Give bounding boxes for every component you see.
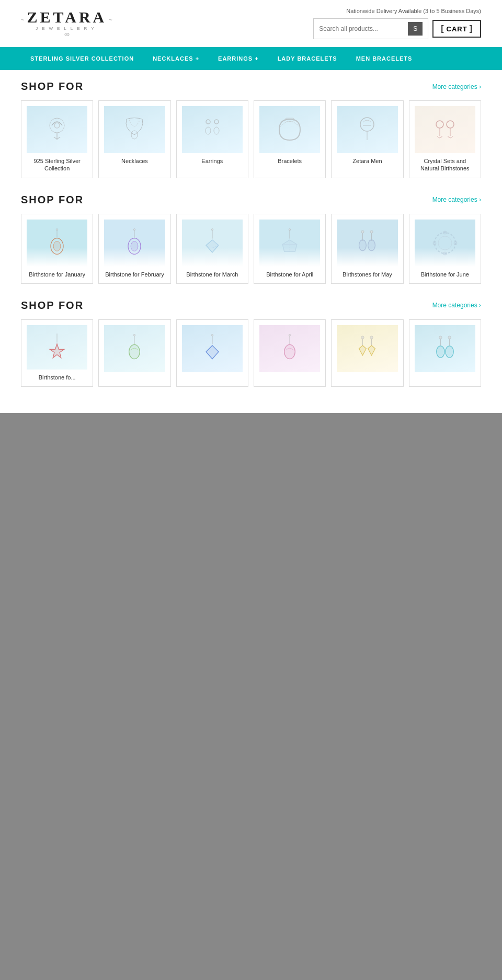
svg-point-10 bbox=[436, 121, 443, 128]
svg-point-44 bbox=[448, 336, 451, 339]
svg-point-28 bbox=[438, 236, 452, 250]
svg-point-34 bbox=[134, 334, 135, 336]
cart-button[interactable]: [ CART ] bbox=[432, 20, 481, 38]
category-label-april: Birthstone for April bbox=[259, 271, 320, 278]
category-label-earrings: Earrings bbox=[182, 157, 243, 165]
svg-point-46 bbox=[446, 346, 453, 358]
category-label-may: Birthstones for May bbox=[337, 271, 397, 278]
category-july[interactable]: Birthstone fo... bbox=[21, 319, 93, 387]
search-input[interactable] bbox=[319, 25, 408, 32]
svg-point-27 bbox=[435, 233, 455, 253]
search-box: S bbox=[313, 18, 428, 39]
category-label-crystal: Crystal Sets and Natural Birthstones bbox=[415, 157, 475, 172]
shop-header-2: SHOP FOR More categories › bbox=[21, 194, 481, 206]
svg-point-1 bbox=[54, 123, 60, 128]
delivery-notice: Nationwide Delivery Available (3 to 5 Bu… bbox=[346, 8, 481, 14]
shop-section-3: SHOP FOR More categories › Birthstone fo… bbox=[21, 299, 481, 387]
category-august[interactable] bbox=[98, 319, 170, 387]
gray-section bbox=[0, 413, 502, 980]
svg-marker-42 bbox=[368, 345, 375, 355]
category-label-january: Birthstone for January bbox=[27, 271, 87, 278]
category-crystal[interactable]: Crystal Sets and Natural Birthstones bbox=[409, 100, 481, 178]
category-december[interactable] bbox=[409, 319, 481, 387]
category-april[interactable]: Birthstone for April bbox=[254, 214, 326, 284]
nav-men-bracelets[interactable]: MEN BRACELETS bbox=[347, 47, 422, 70]
category-grid-3: Birthstone fo... bbox=[21, 319, 481, 387]
svg-point-3 bbox=[206, 120, 210, 124]
category-label-sterling: 925 Sterling Silver Collection bbox=[27, 157, 87, 172]
search-button[interactable]: S bbox=[408, 22, 423, 36]
header-right: Nationwide Delivery Available (3 to 5 Bu… bbox=[313, 8, 481, 39]
category-img-bracelets bbox=[259, 106, 320, 153]
svg-point-15 bbox=[134, 228, 135, 230]
more-categories-1[interactable]: More categories › bbox=[432, 83, 481, 90]
category-necklaces[interactable]: Necklaces bbox=[98, 100, 170, 178]
svg-point-23 bbox=[361, 230, 364, 233]
category-img-june bbox=[415, 220, 475, 267]
svg-point-18 bbox=[211, 228, 213, 230]
category-img-november bbox=[337, 325, 397, 372]
svg-point-38 bbox=[284, 344, 295, 359]
category-october[interactable] bbox=[254, 319, 326, 387]
category-bracelets[interactable]: Bracelets bbox=[254, 100, 326, 178]
svg-point-6 bbox=[214, 127, 219, 134]
category-label-february: Birthstone for February bbox=[104, 271, 165, 278]
svg-point-43 bbox=[439, 336, 442, 339]
more-categories-3[interactable]: More categories › bbox=[432, 302, 481, 309]
nav-earrings[interactable]: EARRINGS + bbox=[209, 47, 268, 70]
main-content: SHOP FOR More categories › 925 Sterling … bbox=[0, 70, 502, 413]
category-img-february bbox=[104, 220, 165, 267]
header-actions: S [ CART ] bbox=[313, 18, 481, 39]
category-label-bracelets: Bracelets bbox=[259, 157, 320, 165]
category-label-july: Birthstone fo... bbox=[27, 374, 87, 381]
svg-marker-33 bbox=[50, 344, 64, 358]
nav-sterling[interactable]: STERLING SILVER COLLECTION bbox=[21, 47, 143, 70]
shop-section-2: SHOP FOR More categories › Birthstone fo… bbox=[21, 194, 481, 284]
svg-point-19 bbox=[289, 228, 290, 230]
svg-point-31 bbox=[443, 252, 447, 255]
shop-section-1: SHOP FOR More categories › 925 Sterling … bbox=[21, 80, 481, 178]
category-june[interactable]: Birthstone for June bbox=[409, 214, 481, 284]
svg-point-12 bbox=[56, 228, 58, 230]
category-may[interactable]: Birthstones for May bbox=[331, 214, 403, 284]
category-november[interactable] bbox=[331, 319, 403, 387]
logo[interactable]: ~ ZETARA JEWELLERY ~ ∞ bbox=[21, 9, 113, 38]
nav-lady-bracelets[interactable]: LADY BRACELETS bbox=[268, 47, 347, 70]
category-img-necklaces bbox=[104, 106, 165, 153]
category-img-april bbox=[259, 220, 320, 267]
svg-point-5 bbox=[206, 127, 211, 134]
category-february[interactable]: Birthstone for February bbox=[98, 214, 170, 284]
category-men[interactable]: Zetara Men bbox=[331, 100, 403, 178]
header: ~ ZETARA JEWELLERY ~ ∞ Nationwide Delive… bbox=[0, 0, 502, 47]
logo-name: ZETARA bbox=[27, 9, 107, 25]
category-march[interactable]: Birthstone for March bbox=[176, 214, 248, 284]
nav-necklaces[interactable]: NECKLACES + bbox=[143, 47, 209, 70]
cart-bracket-right: ] bbox=[470, 24, 473, 33]
category-january[interactable]: Birthstone for January bbox=[21, 214, 93, 284]
category-img-may bbox=[337, 220, 397, 267]
shop-title-1: SHOP FOR bbox=[21, 80, 84, 93]
category-img-sterling bbox=[27, 106, 87, 153]
shop-header-3: SHOP FOR More categories › bbox=[21, 299, 481, 312]
category-img-crystal bbox=[415, 106, 475, 153]
svg-point-40 bbox=[370, 336, 373, 339]
category-label-necklaces: Necklaces bbox=[104, 157, 165, 165]
svg-marker-41 bbox=[359, 345, 367, 355]
shop-title-3: SHOP FOR bbox=[21, 299, 84, 312]
svg-point-36 bbox=[211, 334, 213, 336]
category-img-earrings bbox=[182, 106, 243, 153]
shop-title-2: SHOP FOR bbox=[21, 194, 84, 206]
svg-point-29 bbox=[443, 231, 447, 234]
svg-point-32 bbox=[433, 241, 436, 245]
svg-point-45 bbox=[437, 346, 444, 358]
svg-point-25 bbox=[359, 240, 367, 251]
more-categories-2[interactable]: More categories › bbox=[432, 196, 481, 203]
category-label-june: Birthstone for June bbox=[415, 271, 475, 278]
category-september[interactable] bbox=[176, 319, 248, 387]
category-sterling[interactable]: 925 Sterling Silver Collection bbox=[21, 100, 93, 178]
category-earrings[interactable]: Earrings bbox=[176, 100, 248, 178]
cart-label: CART bbox=[447, 25, 467, 33]
svg-point-17 bbox=[131, 241, 139, 251]
svg-point-8 bbox=[360, 118, 374, 131]
category-img-october bbox=[259, 325, 320, 372]
